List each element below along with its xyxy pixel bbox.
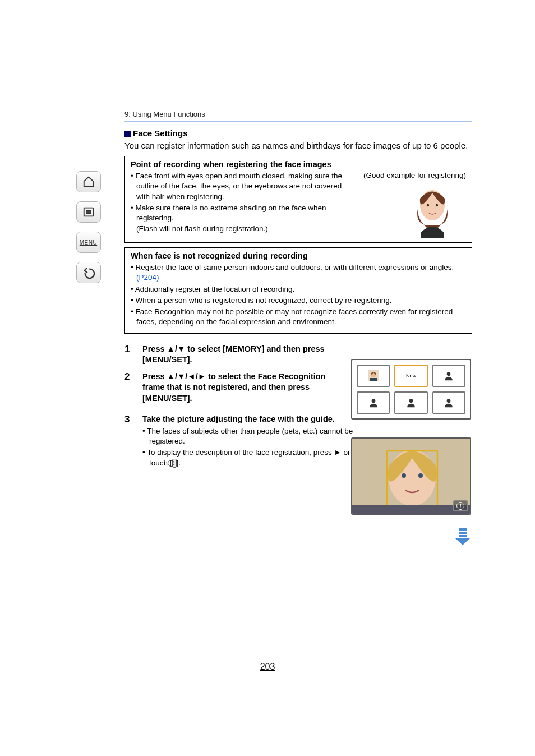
square-bullet-icon (124, 131, 131, 137)
svg-point-7 (436, 204, 438, 206)
step-number: 2 (124, 371, 132, 404)
step-number: 3 (124, 414, 132, 468)
tips-box-notrecognized: When face is not recognized during recor… (124, 247, 472, 333)
person-icon (368, 397, 379, 408)
box1-title: Point of recording when registering the … (131, 160, 466, 169)
face-guide-figure: i (351, 437, 471, 515)
svg-point-12 (371, 399, 375, 403)
face-slots-figure: New (351, 359, 471, 420)
tips-box-recording: Point of recording when registering the … (124, 156, 472, 243)
face-slot-new[interactable]: New (394, 365, 427, 387)
list-icon (82, 206, 95, 218)
box1-item: Face front with eyes open and mouth clos… (131, 171, 347, 202)
info-touch-button[interactable]: i (453, 500, 468, 511)
step-3-text: Take the picture adjusting the face with… (142, 414, 356, 468)
info-icon-button[interactable]: i (172, 459, 177, 468)
nav-toc-tab[interactable] (76, 201, 101, 223)
svg-point-13 (409, 399, 413, 403)
nav-home-tab[interactable] (76, 171, 101, 192)
step-3-title: Take the picture adjusting the face with… (142, 414, 335, 423)
page-number: 203 (0, 662, 535, 672)
svg-point-11 (447, 372, 451, 376)
svg-point-14 (447, 399, 451, 403)
step-3-sub: To display the description of the face r… (142, 448, 356, 468)
page-ref-link[interactable]: (P204) (136, 273, 159, 282)
chapter-heading: 9. Using Menu Functions (124, 110, 472, 118)
box1-note: (Flash will not flash during registratio… (131, 224, 347, 233)
section-title: Face Settings (124, 128, 472, 138)
svg-rect-23 (459, 532, 467, 534)
face-slot-empty[interactable] (357, 391, 390, 414)
svg-point-6 (427, 204, 429, 206)
face-slot-empty[interactable] (394, 391, 427, 414)
continue-arrow-icon (453, 528, 472, 545)
good-example-caption: (Good example for registering) (354, 171, 466, 179)
person-icon (443, 370, 454, 381)
header-rule (124, 121, 472, 122)
person-icon (405, 397, 417, 408)
menu-label: MENU (80, 239, 97, 246)
box2-item-text: Register the face of same person indoors… (135, 263, 454, 271)
svg-rect-24 (459, 535, 467, 537)
info-icon: i (168, 460, 174, 467)
svg-point-5 (420, 190, 445, 220)
section-title-text: Face Settings (133, 128, 188, 138)
info-icon: i (456, 502, 464, 510)
box2-item: Register the face of same person indoors… (131, 262, 466, 283)
box2-item: Additionally register at the location of… (131, 284, 466, 294)
svg-marker-25 (455, 538, 470, 545)
person-icon (443, 397, 454, 408)
svg-point-18 (418, 473, 423, 478)
svg-rect-21 (352, 505, 386, 515)
box2-item: Face Recognition may not be possible or … (131, 307, 466, 327)
face-slot-empty[interactable] (432, 391, 465, 414)
face-slot-empty[interactable] (432, 365, 465, 387)
box2-item: When a person who is registered is not r… (131, 296, 466, 306)
box2-title: When face is not recognized during recor… (131, 251, 466, 260)
back-arrow-icon (82, 266, 95, 279)
face-slot-registered[interactable] (357, 365, 390, 387)
svg-point-17 (402, 473, 406, 478)
svg-rect-22 (459, 528, 467, 531)
box1-item: Make sure there is no extreme shading on… (131, 203, 347, 223)
step3b-post: ]. (177, 459, 181, 467)
side-nav: MENU (73, 171, 104, 283)
nav-back-tab[interactable] (76, 262, 101, 283)
step-2-text: Press ▲/▼/◄/► to select the Face Recogni… (142, 371, 350, 404)
step-1-text: Press ▲/▼ to select [MEMORY] and then pr… (142, 344, 350, 366)
example-face-image (404, 182, 460, 238)
svg-rect-10 (370, 378, 377, 381)
home-icon (82, 176, 95, 188)
step-3-sub: The faces of subjects other than people … (142, 426, 356, 446)
nav-menu-tab[interactable]: MENU (76, 232, 101, 253)
intro-text: You can register information such as nam… (124, 140, 472, 151)
step-number: 1 (124, 344, 132, 366)
new-label: New (406, 373, 416, 379)
